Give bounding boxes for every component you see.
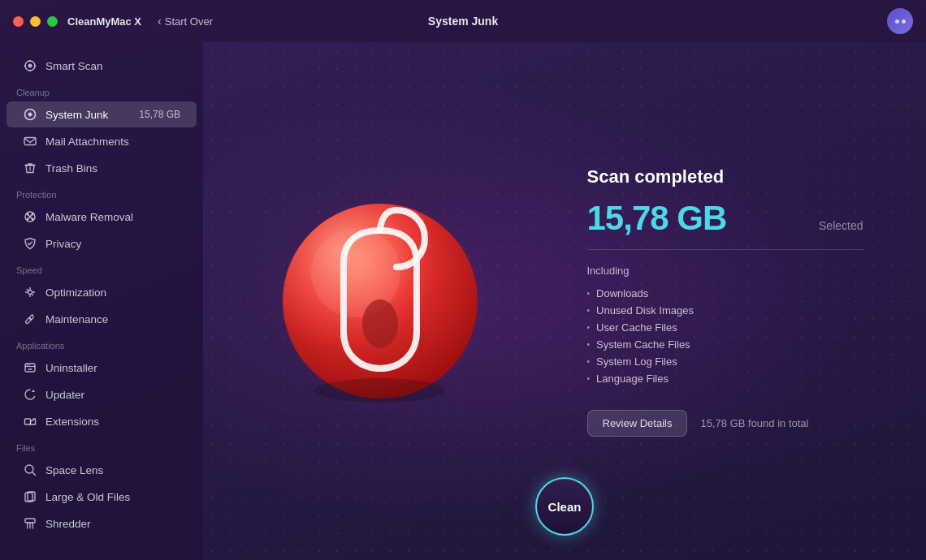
- app-logo: [266, 187, 494, 415]
- sidebar-item-maintenance[interactable]: Maintenance: [6, 306, 197, 332]
- page-title: System Junk: [428, 15, 498, 28]
- chevron-left-icon: ‹: [158, 15, 162, 28]
- sidebar-item-system-junk[interactable]: System Junk 15,78 GB: [6, 101, 197, 127]
- sidebar-item-trash-bins[interactable]: Trash Bins: [6, 155, 197, 181]
- sidebar-item-smart-scan[interactable]: Smart Scan: [6, 53, 197, 79]
- size-number: 15,78 GB: [587, 199, 727, 238]
- size-display: 15,78 GB Selected: [587, 199, 863, 250]
- svg-point-14: [32, 213, 34, 216]
- sidebar-item-space-lens[interactable]: Space Lens: [6, 457, 197, 483]
- updater-icon: [23, 387, 37, 402]
- back-label: Start Over: [165, 15, 213, 28]
- maintenance-icon: [23, 312, 37, 326]
- titlebar: CleanMyMac X ‹ Start Over System Junk: [0, 0, 926, 42]
- svg-line-35: [28, 523, 28, 528]
- main-content: Smart Scan Cleanup System Junk 15,78 GB: [0, 42, 926, 560]
- main-window: CleanMyMac X ‹ Start Over System Junk: [0, 0, 926, 560]
- svg-rect-29: [25, 419, 31, 424]
- cleanup-section-label: Cleanup: [0, 80, 203, 101]
- maintenance-label: Maintenance: [45, 313, 108, 325]
- large-old-files-label: Large & Old Files: [45, 491, 130, 503]
- optimization-label: Optimization: [45, 286, 106, 299]
- items-list: Downloads Unused Disk Images User Cache …: [587, 285, 863, 387]
- list-item: System Cache Files: [587, 336, 863, 353]
- shredder-icon: [23, 516, 37, 531]
- back-button[interactable]: ‹ Start Over: [158, 15, 213, 28]
- list-item: User Cache Files: [587, 319, 863, 336]
- svg-point-27: [28, 364, 30, 366]
- extensions-label: Extensions: [45, 416, 99, 428]
- maximize-button[interactable]: [47, 16, 58, 27]
- svg-line-31: [32, 472, 36, 476]
- sidebar-item-uninstaller[interactable]: Uninstaller: [6, 355, 197, 381]
- minimize-button[interactable]: [30, 16, 41, 27]
- svg-point-13: [27, 213, 29, 216]
- large-files-icon: [23, 489, 37, 504]
- trash-icon: [23, 161, 37, 175]
- shredder-label: Shredder: [45, 518, 91, 530]
- traffic-lights: [13, 16, 58, 27]
- close-button[interactable]: [13, 16, 24, 27]
- avatar-button[interactable]: [887, 8, 913, 34]
- sidebar-item-extensions[interactable]: Extensions: [6, 408, 197, 434]
- mail-icon: [23, 134, 37, 149]
- bottom-actions: Review Details 15,78 GB found in total: [587, 410, 863, 437]
- content-area: Scan completed 15,78 GB Selected Includi…: [203, 42, 926, 560]
- system-junk-badge: 15,78 GB: [139, 109, 180, 120]
- sidebar-item-shredder[interactable]: Shredder: [6, 510, 197, 536]
- privacy-icon: [23, 236, 37, 251]
- malware-icon: [23, 209, 37, 224]
- avatar-dot: [895, 19, 899, 24]
- space-lens-label: Space Lens: [45, 464, 103, 476]
- optimization-icon: [23, 285, 37, 299]
- sidebar-item-updater[interactable]: Updater: [6, 381, 197, 407]
- found-text: 15,78 GB found in total: [700, 417, 808, 429]
- scan-completed-label: Scan completed: [587, 166, 863, 187]
- sidebar-item-malware-removal[interactable]: Malware Removal: [6, 204, 197, 230]
- mail-attachments-label: Mail Attachments: [45, 136, 129, 148]
- svg-point-15: [27, 218, 29, 221]
- svg-rect-34: [25, 519, 35, 523]
- app-title: CleanMyMac X: [67, 15, 141, 28]
- info-panel: Scan completed 15,78 GB Selected Includi…: [555, 166, 863, 437]
- review-details-button[interactable]: Review Details: [587, 410, 688, 437]
- svg-point-26: [27, 364, 28, 366]
- logo-area: [266, 187, 494, 415]
- sidebar: Smart Scan Cleanup System Junk 15,78 GB: [0, 42, 203, 560]
- selected-label: Selected: [819, 219, 863, 232]
- svg-point-16: [32, 218, 34, 221]
- applications-section-label: Applications: [0, 333, 203, 354]
- svg-point-1: [28, 64, 32, 68]
- svg-point-43: [315, 378, 445, 403]
- sidebar-item-optimization[interactable]: Optimization: [6, 279, 197, 305]
- smart-scan-icon: [23, 58, 37, 73]
- clean-button[interactable]: Clean: [535, 477, 594, 536]
- space-lens-icon: [23, 463, 37, 477]
- avatar-dot: [902, 19, 906, 24]
- smart-scan-label: Smart Scan: [45, 60, 103, 72]
- including-label: Including: [587, 265, 863, 277]
- sidebar-item-large-old-files[interactable]: Large & Old Files: [6, 484, 197, 510]
- uninstaller-label: Uninstaller: [45, 362, 97, 374]
- uninstaller-icon: [23, 360, 37, 375]
- updater-label: Updater: [45, 389, 84, 401]
- sidebar-item-mail-attachments[interactable]: Mail Attachments: [6, 128, 197, 154]
- avatar-dots: [895, 19, 906, 24]
- list-item: System Log Files: [587, 353, 863, 370]
- sidebar-item-privacy[interactable]: Privacy: [6, 230, 197, 256]
- extensions-icon: [23, 414, 37, 429]
- speed-section-label: Speed: [0, 257, 203, 278]
- list-item: Unused Disk Images: [587, 302, 863, 319]
- svg-point-23: [28, 291, 32, 295]
- privacy-label: Privacy: [45, 238, 81, 250]
- svg-line-37: [32, 523, 33, 528]
- svg-line-20: [32, 294, 33, 295]
- protection-section-label: Protection: [0, 182, 203, 203]
- svg-line-19: [27, 289, 28, 291]
- files-section-label: Files: [0, 435, 203, 456]
- system-junk-label: System Junk: [45, 109, 108, 121]
- trash-bins-label: Trash Bins: [45, 162, 97, 174]
- system-junk-icon: [23, 107, 37, 122]
- list-item: Downloads: [587, 285, 863, 302]
- clean-btn-wrapper: Clean: [535, 477, 594, 536]
